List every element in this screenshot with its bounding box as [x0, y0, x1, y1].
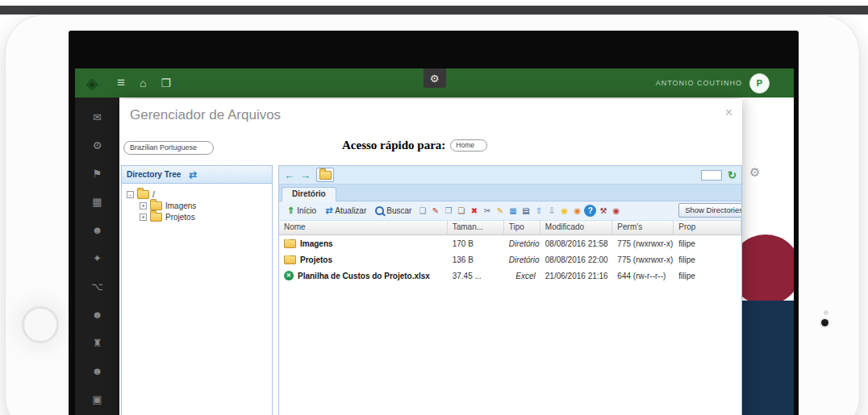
tablet-camera-dot	[824, 310, 828, 315]
directory-tree-header: Directory Tree ⇄	[122, 166, 272, 184]
back-arrow-icon[interactable]: ←	[284, 169, 294, 181]
user-menu[interactable]: ANTONIO COUTINHO P	[656, 68, 770, 98]
file-modified: 08/08/2016 21:58	[540, 239, 613, 248]
stage: ⚙ ◈ ≡ ⌂ ❐ ANTONIO COUTINHO P ⚙ ✉ ⚙ ⚑ ▦ ☻…	[0, 0, 868, 415]
upload-icon[interactable]: ⇧	[532, 205, 545, 217]
settings-gear-button[interactable]: ⚙	[424, 68, 446, 88]
forward-arrow-icon[interactable]: →	[300, 169, 311, 181]
browser-tab-row: Diretório	[279, 185, 741, 201]
filter-input[interactable]	[701, 170, 722, 181]
help-icon[interactable]: ?	[584, 205, 596, 217]
tree-root-row[interactable]: - /	[127, 189, 267, 200]
file-browser-panel: ← → ↻ Diretório ⇑ Início	[278, 165, 742, 415]
folder-icon	[150, 201, 162, 210]
language-select[interactable]: Brazilian Portuguese	[123, 141, 214, 155]
column-perms[interactable]: Perm's	[612, 221, 674, 234]
file-modified: 21/06/2016 21:16	[540, 272, 613, 280]
current-folder-button[interactable]	[316, 168, 334, 182]
quick-access-label: Acesso rápido para:	[342, 139, 445, 152]
sidebar-item-users-icon[interactable]: ☻	[92, 225, 103, 235]
pages-icon[interactable]: ❐	[161, 68, 171, 98]
sidebar-item-modules-icon[interactable]: ▦	[92, 197, 102, 207]
home-button[interactable]: ⇑ Início	[283, 204, 320, 218]
edit-file-icon[interactable]: ✎	[429, 205, 441, 217]
tree-item-label: Projetos	[165, 213, 195, 222]
page-settings-gear-icon[interactable]: ⚙	[749, 165, 760, 180]
tools-icon[interactable]: ⚒	[597, 205, 609, 217]
disc-icon[interactable]: ◉	[558, 205, 570, 217]
directory-tree-panel: Directory Tree ⇄ - / + Imagens	[121, 165, 273, 415]
folder-icon	[284, 239, 296, 248]
tree-refresh-icon[interactable]: ⇄	[189, 169, 197, 181]
download-icon[interactable]: ⇩	[545, 205, 557, 217]
quick-access-group: Acesso rápido para: Home	[342, 139, 487, 152]
table-row-planilha[interactable]: ✕ Planilha de Custos do Projeto.xlsx 37.…	[279, 268, 741, 284]
up-arrow-icon: ⇑	[287, 205, 294, 216]
paste-icon[interactable]: ❏	[455, 205, 467, 217]
sidebar-item-favorites-icon[interactable]: ✦	[93, 253, 102, 264]
file-perms: 775 (rwxrwxr-x)	[612, 239, 674, 248]
hamburger-menu-icon[interactable]: ≡	[117, 68, 125, 98]
reload-icon[interactable]: ↻	[728, 169, 737, 181]
sidebar-item-organization-icon[interactable]: ♜	[93, 338, 102, 348]
sidebar-item-structure-icon[interactable]: ⌥	[91, 281, 103, 292]
column-tipo[interactable]: Tipo	[504, 221, 540, 234]
file-owner: filipe	[674, 239, 741, 248]
sidebar-item-groups-icon[interactable]: ☻	[92, 366, 103, 376]
archive-icon[interactable]: ◉	[571, 205, 583, 217]
sidebar-item-profile-icon[interactable]: ☻	[92, 309, 103, 320]
column-nome[interactable]: Nome	[279, 221, 448, 234]
sidebar-item-alerts-icon[interactable]: ⚑	[93, 168, 102, 179]
avatar[interactable]: P	[749, 73, 770, 93]
search-button[interactable]: Buscar	[371, 205, 415, 217]
refresh-button[interactable]: ⇄ Atualizar	[321, 204, 370, 218]
file-size: 136 B	[448, 255, 504, 264]
file-size: 170 B	[448, 239, 504, 248]
column-proprietario[interactable]: Prop	[674, 221, 741, 234]
sidebar: ✉ ⚙ ⚑ ▦ ☻ ✦ ⌥ ☻ ♜ ☻ ▣	[75, 98, 119, 415]
file-name: Projetos	[300, 255, 332, 264]
tablet-camera-lens	[821, 319, 828, 326]
view-details-icon[interactable]: ▤	[520, 205, 532, 217]
show-directories-button[interactable]: Show Directories	[678, 203, 742, 218]
home-button-label: Início	[297, 206, 316, 215]
close-icon[interactable]: ×	[725, 106, 732, 120]
file-perms: 644 (rw-r--r--)	[612, 272, 674, 280]
tree-item-label: Imagens	[165, 201, 196, 210]
file-modified: 08/08/2016 22:00	[540, 255, 613, 264]
quick-access-select[interactable]: Home	[450, 139, 487, 151]
directory-tree-title: Directory Tree	[127, 170, 181, 179]
file-perms: 775 (rwxrwxr-x)	[612, 255, 674, 264]
power-icon[interactable]: ◉	[610, 205, 622, 217]
tree-item-projetos[interactable]: + Projetos	[140, 211, 267, 222]
table-header: Nome Taman... Tipo Modificado Perm's Pro…	[279, 221, 741, 235]
column-modificado[interactable]: Modificado	[540, 221, 613, 234]
delete-icon[interactable]: ✖	[468, 205, 480, 217]
table-row-imagens[interactable]: Imagens 170 B Diretório 08/08/2016 21:58…	[279, 235, 741, 251]
file-type: Diretório	[504, 255, 540, 264]
rename-icon[interactable]: ✎	[494, 205, 506, 217]
file-name: Planilha de Custos do Projeto.xlsx	[298, 272, 430, 280]
column-tamanho[interactable]: Taman...	[448, 221, 504, 234]
cut-icon[interactable]: ✂	[481, 205, 493, 217]
view-grid-icon[interactable]: ▦	[507, 205, 519, 217]
file-type: Excel	[504, 272, 540, 280]
excel-file-icon: ✕	[284, 271, 294, 280]
tab-diretorio[interactable]: Diretório	[282, 187, 336, 201]
sidebar-item-settings-icon[interactable]: ⚙	[93, 140, 102, 151]
new-file-icon[interactable]: ❏	[416, 205, 428, 217]
table-row-projetos[interactable]: Projetos 136 B Diretório 08/08/2016 22:0…	[279, 251, 741, 268]
collapse-icon[interactable]: -	[127, 191, 134, 198]
refresh-button-label: Atualizar	[335, 206, 366, 215]
expand-icon[interactable]: +	[140, 202, 147, 210]
brand-logo-icon[interactable]: ◈	[81, 73, 102, 93]
tree-item-imagens[interactable]: + Imagens	[140, 200, 267, 211]
file-size: 37.45 ...	[448, 272, 504, 280]
sidebar-item-mail-icon[interactable]: ✉	[93, 112, 102, 122]
home-icon[interactable]: ⌂	[140, 68, 146, 98]
modal-title: Gerenciador de Arquivos	[130, 107, 281, 123]
sidebar-item-media-icon[interactable]: ▣	[92, 394, 102, 405]
copy-icon[interactable]: ❐	[442, 205, 454, 217]
app-window: ⚙ ◈ ≡ ⌂ ❐ ANTONIO COUTINHO P ⚙ ✉ ⚙ ⚑ ▦ ☻…	[75, 68, 794, 415]
expand-icon[interactable]: +	[140, 214, 147, 221]
